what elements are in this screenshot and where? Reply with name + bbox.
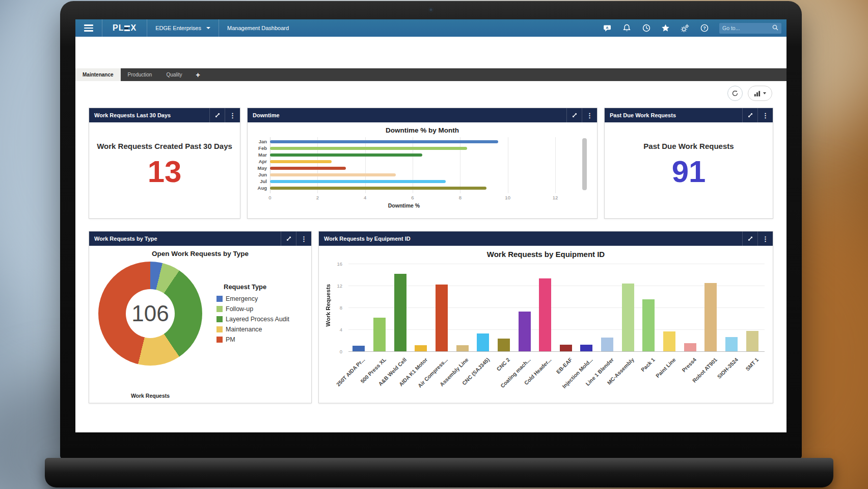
- x-category-label: EB-EAF: [555, 356, 573, 375]
- equipment-bar[interactable]: [725, 337, 738, 351]
- favorites-star-icon[interactable]: [661, 24, 670, 33]
- stat-label: Work Requests Created Past 30 Days: [97, 142, 232, 150]
- search-icon[interactable]: [772, 23, 778, 33]
- card-menu-button[interactable]: ⋮: [757, 108, 773, 122]
- downtime-bar[interactable]: [270, 167, 346, 170]
- equipment-bar[interactable]: [601, 338, 613, 351]
- equipment-bar[interactable]: [519, 312, 531, 351]
- equipment-bar[interactable]: [663, 331, 675, 351]
- plex-logo[interactable]: PL X: [102, 19, 147, 37]
- equipment-bar[interactable]: [415, 345, 427, 351]
- equipment-bar[interactable]: [642, 299, 655, 351]
- gridline: [365, 137, 366, 193]
- downtime-bar[interactable]: [270, 140, 498, 143]
- downtime-bar[interactable]: [270, 180, 446, 183]
- export-button[interactable]: [748, 86, 772, 101]
- gridline: [413, 137, 413, 193]
- card-past-due: Past Due Work Requests ⋮ Past Due Work R…: [604, 108, 773, 219]
- goto-search-input[interactable]: [722, 25, 772, 31]
- chevron-down-icon: [206, 27, 210, 29]
- card-body: Work Requests by Equipment ID Work Reque…: [319, 246, 773, 403]
- x-category-label: Pack 1: [640, 356, 656, 373]
- kebab-icon: ⋮: [301, 236, 307, 242]
- gridline: [348, 329, 765, 330]
- downtime-bar[interactable]: [270, 173, 396, 176]
- plex-logo-text: X: [130, 23, 137, 33]
- equipment-bar[interactable]: [580, 345, 592, 351]
- equipment-bar[interactable]: [539, 278, 551, 351]
- downtime-bar[interactable]: [270, 147, 467, 150]
- alerts-bubble-icon[interactable]: [603, 24, 612, 33]
- kebab-icon: ⋮: [762, 236, 769, 242]
- equipment-bar[interactable]: [394, 274, 406, 351]
- equipment-bar[interactable]: [436, 285, 448, 351]
- tab-maintenance[interactable]: Maintenance: [75, 68, 121, 81]
- request-type-legend: Request Type EmergencyFollow-upLayered P…: [216, 283, 289, 366]
- equipment-bar[interactable]: [746, 331, 758, 351]
- x-axis-title: Downtime %: [253, 202, 555, 209]
- equipment-bar[interactable]: [704, 283, 717, 351]
- help-icon[interactable]: ?: [700, 24, 709, 33]
- add-tab-button[interactable]: +: [189, 68, 207, 81]
- notifications-bell-icon[interactable]: [622, 24, 631, 33]
- navbar-actions: ?: [603, 23, 786, 34]
- downtime-bar[interactable]: [270, 160, 332, 163]
- legend-swatch: [216, 316, 223, 322]
- downtime-chart: Downtime % 024681012JanFebMarAprMayJunJu…: [253, 137, 592, 214]
- gridline: [460, 137, 460, 193]
- equipment-bar[interactable]: [684, 343, 696, 351]
- equipment-bar[interactable]: [560, 345, 572, 351]
- refresh-button[interactable]: [727, 86, 743, 101]
- card-work-requests-30d: Work Requests Last 30 Days ⋮ Work Reques…: [89, 108, 240, 219]
- donut-chart: 106: [98, 262, 202, 366]
- tab-quality[interactable]: Quality: [159, 68, 189, 81]
- downtime-bar[interactable]: [270, 187, 486, 190]
- y-category-label: Jan: [253, 139, 267, 144]
- equipment-bar[interactable]: [373, 318, 386, 351]
- expand-card-button[interactable]: [742, 231, 757, 246]
- downtime-bar[interactable]: [270, 153, 422, 157]
- equipment-bar[interactable]: [498, 339, 510, 351]
- expand-card-button[interactable]: [742, 108, 757, 122]
- card-title: Work Requests by Type: [94, 236, 157, 242]
- settings-gears-icon[interactable]: [681, 24, 689, 33]
- hamburger-menu-button[interactable]: [75, 19, 102, 37]
- stat-value-wr30: 13: [148, 157, 182, 187]
- x-tick-label: 0: [268, 195, 271, 200]
- legend-swatch: [216, 337, 223, 343]
- company-selector[interactable]: EDGE Enterprises: [147, 19, 219, 37]
- x-tick-label: 12: [553, 195, 558, 200]
- equipment-chart-title: Work Requests by Equipment ID: [319, 250, 773, 259]
- x-category-label: SIOH-3524: [716, 356, 739, 380]
- equipment-bar[interactable]: [456, 345, 469, 351]
- equipment-bar[interactable]: [477, 333, 489, 351]
- expand-card-button[interactable]: [281, 231, 296, 246]
- donut-hole: 106: [126, 289, 175, 338]
- page-title: Management Dashboard: [219, 25, 297, 31]
- legend-label: Maintenance: [226, 326, 262, 333]
- card-header: Work Requests by Equipment ID ⋮: [319, 231, 773, 246]
- expand-card-button[interactable]: [566, 108, 582, 122]
- gridline: [348, 286, 765, 286]
- x-tick-label: 8: [459, 195, 462, 200]
- card-menu-button[interactable]: ⋮: [296, 231, 311, 246]
- downtime-scrollbar[interactable]: [582, 138, 587, 190]
- card-title: Work Requests by Equipment ID: [324, 236, 411, 242]
- card-menu-button[interactable]: ⋮: [582, 108, 597, 122]
- expand-card-button[interactable]: [209, 108, 225, 122]
- recent-clock-icon[interactable]: [642, 24, 650, 33]
- stat-value-pastdue: 91: [672, 157, 706, 187]
- legend-swatch: [216, 306, 223, 312]
- card-menu-button[interactable]: ⋮: [225, 108, 240, 122]
- tab-production[interactable]: Production: [121, 68, 159, 81]
- equipment-bar[interactable]: [352, 346, 365, 351]
- legend-title: Request Type: [224, 283, 289, 291]
- y-tick-label: 8: [323, 305, 342, 311]
- legend-item: PM: [216, 336, 289, 343]
- equipment-bar[interactable]: [622, 284, 634, 351]
- gridline: [270, 137, 270, 193]
- card-menu-button[interactable]: ⋮: [757, 231, 773, 246]
- dashboard-canvas: Work Requests Last 30 Days ⋮ Work Reques…: [75, 106, 786, 403]
- kebab-icon: ⋮: [586, 112, 593, 119]
- x-category-label: CNC 2: [496, 356, 511, 372]
